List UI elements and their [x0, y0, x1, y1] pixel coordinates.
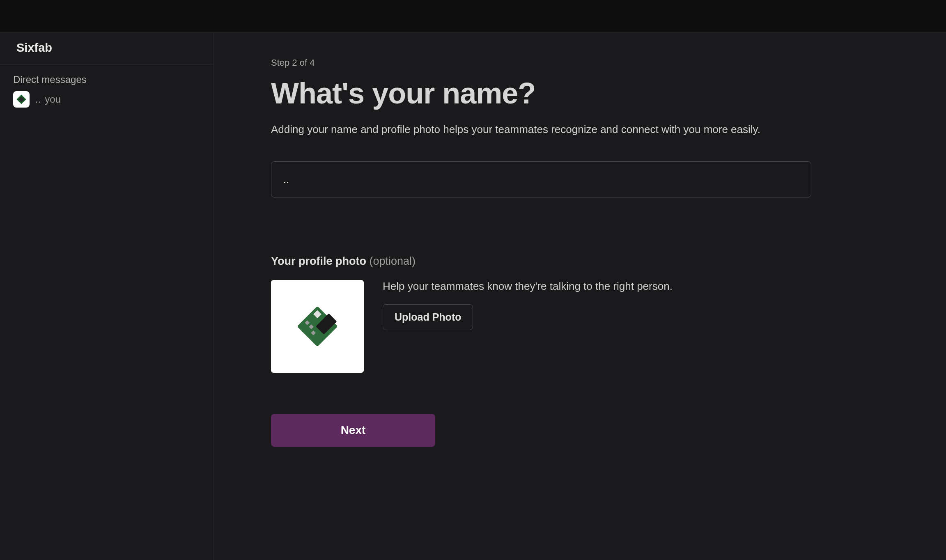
dm-name-prefix: ..: [35, 94, 41, 105]
page-title: What's your name?: [271, 76, 889, 110]
profile-photo-preview[interactable]: [271, 280, 364, 373]
direct-messages-title: Direct messages: [13, 74, 200, 85]
profile-photo-header: Your profile photo (optional): [271, 255, 889, 268]
name-input[interactable]: [271, 161, 811, 197]
profile-photo-label: Your profile photo: [271, 255, 366, 267]
page-subtext: Adding your name and profile photo helps…: [271, 122, 797, 138]
hardware-board-icon: [16, 94, 27, 105]
avatar: [13, 91, 30, 108]
next-button[interactable]: Next: [271, 414, 435, 447]
profile-photo-help-text: Help your teammates know they're talking…: [383, 280, 673, 293]
profile-photo-optional-label: (optional): [366, 255, 416, 267]
hardware-board-icon: [289, 298, 346, 355]
profile-photo-section: Your profile photo (optional): [271, 255, 889, 373]
step-indicator: Step 2 of 4: [271, 57, 889, 68]
sidebar: Sixfab Direct messages .. you: [0, 33, 214, 560]
direct-messages-section: Direct messages .. you: [0, 65, 213, 108]
dm-name-label: you: [45, 94, 61, 105]
workspace-name: Sixfab: [16, 41, 197, 55]
dm-item-you[interactable]: .. you: [13, 85, 200, 108]
workspace-header[interactable]: Sixfab: [0, 33, 213, 65]
upload-photo-button[interactable]: Upload Photo: [383, 304, 473, 330]
content-area: Step 2 of 4 What's your name? Adding you…: [214, 33, 946, 560]
top-bar: [0, 0, 946, 33]
